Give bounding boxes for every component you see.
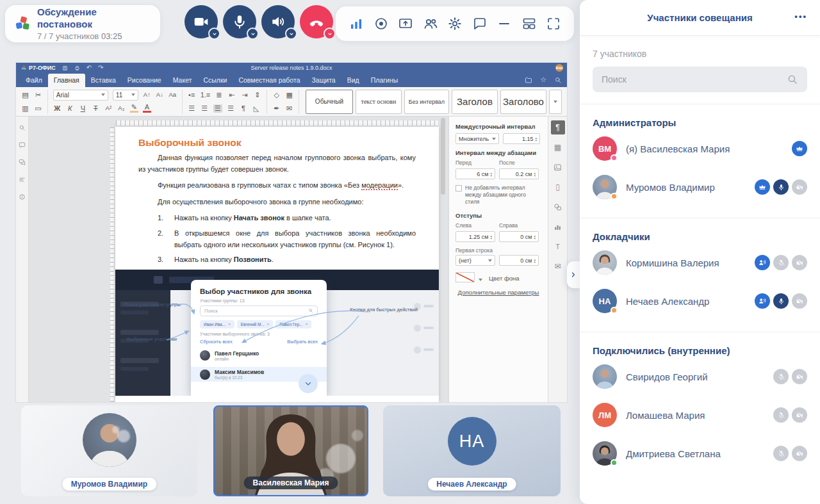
mic-on-icon[interactable] [773,293,789,309]
advanced-settings-link[interactable]: Дополнительные параметры [455,289,541,296]
participant-row[interactable]: Муромов Владимир [593,168,807,206]
subscript-button[interactable]: A₂ [117,105,126,111]
speaker-role-icon[interactable] [755,255,770,270]
increase-indent-icon[interactable]: ⇥ [240,92,249,99]
image-settings-icon[interactable] [551,160,565,174]
document-page[interactable]: Выборочный звонок Данная функция позволя… [115,127,439,402]
line-spacing-icon[interactable]: ⇕ [253,92,261,99]
participant-row[interactable]: Свиридов Георгий [593,357,807,396]
increase-font-icon[interactable]: A↑ [143,92,151,98]
mic-off-icon[interactable] [773,369,789,384]
indent-right-stepper[interactable]: 0 см▴▾ [499,231,539,242]
style-heading1[interactable]: Заголов [452,90,498,114]
camera-off-icon[interactable] [792,446,807,461]
style-normal[interactable]: Обычный [306,90,353,114]
spacing-before-stepper[interactable]: 6 см▴▾ [455,168,495,179]
decrease-indent-icon[interactable]: ⇤ [227,92,236,99]
style-body-text[interactable]: текст основн [356,90,402,114]
copy-icon[interactable]: ▥ [21,105,29,112]
camera-toggle-button[interactable] [184,5,218,38]
participant-row[interactable]: ВМ (я) Василевская Мария [593,129,807,168]
mic-options-chevron[interactable] [247,28,259,40]
highlight-color-button[interactable]: ✎ [130,104,138,113]
multilevel-list-icon[interactable]: ≣ [215,92,223,99]
search-input[interactable] [602,74,787,85]
account-avatar[interactable]: ВШ [555,64,563,72]
sidebar-collapse-button[interactable] [567,261,580,288]
panel-menu-dots[interactable]: ••• [794,12,807,21]
participant-row[interactable]: ЛМ Ломашева Мария [593,396,807,434]
select-icon[interactable]: ▭ [34,105,42,112]
find-icon[interactable] [19,124,26,131]
screen-share-icon[interactable] [398,16,413,31]
admin-crown-icon[interactable] [792,141,807,156]
tab-collaboration[interactable]: Совместная работа [233,74,306,87]
participants-icon[interactable] [423,16,438,31]
chat-panel-icon[interactable] [19,159,26,166]
font-family-select[interactable]: Arial [53,90,108,101]
chart-settings-icon[interactable] [551,220,565,234]
shape-settings-icon[interactable] [551,200,565,214]
mic-toggle-button[interactable] [223,5,256,38]
camera-off-icon[interactable] [792,179,807,195]
speaker-options-chevron[interactable] [285,28,297,40]
header-footer-icon[interactable]: ▯ [551,180,565,194]
document-scrollbar[interactable] [441,118,445,195]
editor-search-icon[interactable] [554,76,562,84]
bullet-list-icon[interactable]: •≡ [188,92,196,99]
style-no-spacing[interactable]: Без интервал [404,90,449,114]
save-icon[interactable] [62,65,68,71]
strikethrough-button[interactable]: Т [92,105,100,112]
first-line-select[interactable]: (нет) [455,255,495,266]
borders-icon[interactable]: ▦ [285,92,293,99]
font-color-button[interactable]: А [143,104,151,113]
textart-settings-icon[interactable]: Т [551,240,565,254]
tab-file[interactable]: Файл [20,74,48,87]
table-settings-icon[interactable]: ▦ [551,140,565,154]
undo-icon[interactable]: ↶ [86,65,92,71]
indent-left-stepper[interactable]: 1.25 см▴▾ [455,231,495,242]
line-spacing-value-stepper[interactable]: 1.15▴▾ [503,133,540,144]
settings-gear-icon[interactable] [447,16,463,31]
tab-references[interactable]: Ссылки [197,74,233,87]
about-info-icon[interactable] [19,193,26,200]
record-icon[interactable] [373,16,389,31]
align-left-icon[interactable]: ☰ [188,105,196,112]
tab-layout[interactable]: Макет [167,74,198,87]
comments-icon[interactable] [19,142,26,149]
vertical-ruler[interactable] [110,127,115,402]
no-interval-checkbox[interactable]: Не добавлять интервал между абзацами одн… [455,184,541,206]
tab-insert[interactable]: Вставка [85,74,122,87]
align-justify-icon[interactable]: ☰ [213,104,222,113]
print-icon[interactable] [74,65,80,71]
layout-grid-icon[interactable] [521,16,537,31]
mailmerge-settings-icon[interactable]: ✉ [551,259,565,273]
camera-off-icon[interactable] [792,255,807,270]
mic-off-icon[interactable] [773,407,789,423]
first-line-stepper[interactable]: 0 см▴▾ [499,255,539,266]
align-right-icon[interactable]: ☰ [227,105,235,112]
mailmerge-icon[interactable]: ✉ [285,105,293,112]
mic-on-icon[interactable] [773,179,789,195]
camera-options-chevron[interactable] [208,28,220,40]
participant-row[interactable]: НА Нечаев Александр [593,282,807,320]
change-case-icon[interactable]: Aa [168,92,177,98]
paste-icon[interactable]: ▤ [21,92,29,99]
video-tile-nechaev[interactable]: НА Нечаев Александр [383,405,561,496]
numbered-list-icon[interactable]: 1.≡ [201,92,211,99]
style-heading2[interactable]: Заголово [500,90,546,114]
tab-protection[interactable]: Защита [306,74,341,87]
camera-off-icon[interactable] [792,407,807,423]
speaker-toggle-button[interactable] [261,5,295,38]
hangup-options-chevron[interactable] [324,28,336,40]
tab-home[interactable]: Главная [48,74,85,87]
camera-off-icon[interactable] [792,369,807,384]
spacing-after-stepper[interactable]: 0.2 см▴▾ [499,168,539,179]
tab-plugins[interactable]: Плагины [365,74,404,87]
clear-style-icon[interactable]: ◇ [272,92,281,99]
font-size-select[interactable]: 11 [113,90,138,101]
align-center-icon[interactable]: ☰ [201,105,209,112]
tab-view[interactable]: Вид [341,74,365,87]
admin-crown-icon[interactable] [755,179,770,195]
paragraph-settings-icon[interactable]: ¶ [551,120,565,134]
